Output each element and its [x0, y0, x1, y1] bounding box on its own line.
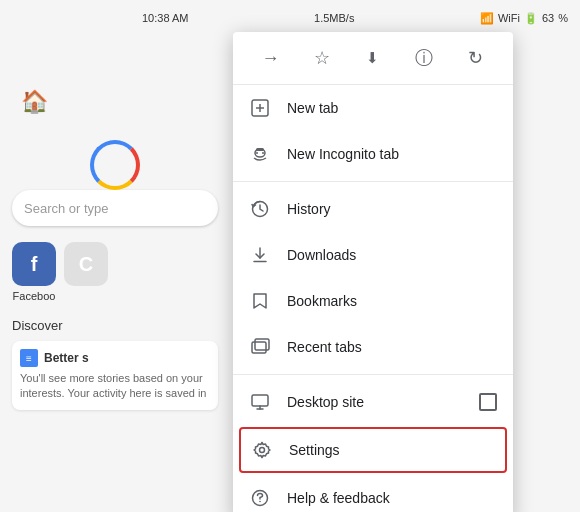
menu-item-bookmarks[interactable]: Bookmarks — [233, 278, 513, 324]
bookmarks-label: Bookmarks — [287, 293, 497, 309]
chrome-icon: C — [64, 242, 108, 286]
info-button[interactable]: ⓘ — [406, 40, 442, 76]
battery-icon: 🔋 — [524, 12, 538, 25]
home-icon[interactable]: 🏠 — [16, 84, 52, 120]
forward-button[interactable]: → — [253, 40, 289, 76]
settings-label: Settings — [289, 442, 495, 458]
new-tab-icon — [249, 97, 271, 119]
history-icon — [249, 198, 271, 220]
svg-rect-12 — [252, 395, 268, 406]
status-bar: 10:38 AM 1.5MB/s 📶 WiFi 🔋 63% — [130, 8, 580, 28]
svg-rect-11 — [255, 339, 269, 350]
home-area: 🏠 — [0, 72, 230, 132]
article-title: Better s — [44, 351, 89, 365]
svg-rect-6 — [256, 148, 264, 151]
recent-tabs-label: Recent tabs — [287, 339, 497, 355]
desktop-site-label: Desktop site — [287, 394, 463, 410]
download-button[interactable]: ⬇ — [355, 40, 391, 76]
svg-marker-9 — [254, 294, 266, 308]
downloads-icon — [249, 244, 271, 266]
desktop-site-checkbox[interactable] — [479, 393, 497, 411]
chrome-shortcut[interactable]: C — [64, 242, 108, 302]
downloads-label: Downloads — [287, 247, 497, 263]
discover-label: Discover — [0, 310, 230, 341]
signal-icon: 📶 — [480, 12, 494, 25]
article-desc: You'll see more stories based on your in… — [20, 371, 210, 402]
wifi-icon: WiFi — [498, 12, 520, 24]
refresh-icon: ↻ — [468, 47, 483, 69]
info-icon: ⓘ — [415, 46, 433, 70]
desktop-icon — [249, 391, 271, 413]
dropdown-menu: → ☆ ⬇ ⓘ ↻ New tab — [233, 32, 513, 512]
recent-tabs-icon — [249, 336, 271, 358]
help-label: Help & feedback — [287, 490, 497, 506]
google-g-icon — [90, 140, 140, 190]
battery-level: 63 — [542, 12, 554, 24]
menu-item-new-tab[interactable]: New tab — [233, 85, 513, 131]
status-speed: 1.5MB/s — [314, 12, 354, 24]
google-logo-area — [0, 140, 230, 190]
svg-point-17 — [259, 501, 261, 503]
help-icon — [249, 487, 271, 509]
status-time: 10:38 AM — [142, 12, 188, 24]
divider-2 — [233, 374, 513, 375]
history-label: History — [287, 201, 497, 217]
download-icon: ⬇ — [366, 49, 379, 67]
search-bar[interactable]: Search or type — [12, 190, 218, 226]
menu-item-settings[interactable]: Settings — [239, 427, 507, 473]
search-placeholder: Search or type — [24, 201, 109, 216]
facebook-label: Faceboo — [13, 290, 56, 302]
menu-item-history[interactable]: History — [233, 186, 513, 232]
status-icons: 📶 WiFi 🔋 63% — [480, 12, 568, 25]
facebook-icon: f — [12, 242, 56, 286]
svg-point-4 — [256, 152, 258, 154]
incognito-label: New Incognito tab — [287, 146, 497, 162]
article-header: ≡ Better s — [20, 349, 210, 367]
page-background: 🏠 Search or type f Faceboo C Discover ≡ … — [0, 72, 230, 512]
menu-item-incognito[interactable]: New Incognito tab — [233, 131, 513, 177]
new-tab-label: New tab — [287, 100, 497, 116]
dropdown-toolbar: → ☆ ⬇ ⓘ ↻ — [233, 32, 513, 85]
divider-1 — [233, 181, 513, 182]
bookmark-icon: ☆ — [314, 47, 330, 69]
shortcuts-row: f Faceboo C — [0, 226, 230, 310]
svg-rect-10 — [252, 342, 266, 353]
menu-item-help[interactable]: Help & feedback — [233, 475, 513, 512]
svg-point-15 — [260, 448, 265, 453]
menu-item-recent-tabs[interactable]: Recent tabs — [233, 324, 513, 370]
menu-item-downloads[interactable]: Downloads — [233, 232, 513, 278]
facebook-shortcut[interactable]: f Faceboo — [12, 242, 56, 302]
bookmark-button[interactable]: ☆ — [304, 40, 340, 76]
svg-point-5 — [262, 152, 264, 154]
refresh-button[interactable]: ↻ — [457, 40, 493, 76]
settings-icon — [251, 439, 273, 461]
menu-item-desktop-site[interactable]: Desktop site — [233, 379, 513, 425]
bookmarks-icon — [249, 290, 271, 312]
article-card[interactable]: ≡ Better s You'll see more stories based… — [12, 341, 218, 410]
forward-icon: → — [262, 48, 280, 69]
incognito-icon — [249, 143, 271, 165]
article-icon: ≡ — [20, 349, 38, 367]
